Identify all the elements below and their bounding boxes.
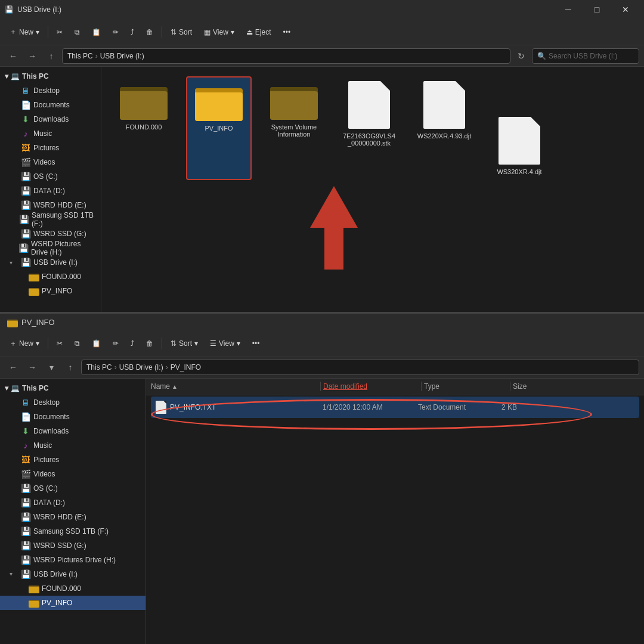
col-header-modified[interactable]: Date modified <box>323 382 419 391</box>
sort-button[interactable]: ⇅ Sort <box>166 23 197 42</box>
up-button[interactable]: ↑ <box>43 48 60 64</box>
bottom-dropdown-button[interactable]: ▾ <box>43 359 60 376</box>
sidebar-item-wsrd-ssd-g[interactable]: 💾 WSRD SSD (G:) <box>0 227 101 241</box>
delete-button[interactable]: 🗑 <box>141 23 158 42</box>
sidebar-item-found000-top[interactable]: FOUND.000 <box>0 270 101 284</box>
view-label: View <box>213 28 228 36</box>
sidebar-item-videos[interactable]: 🎬 Videos <box>0 155 101 169</box>
new-button[interactable]: ＋ New ▾ <box>5 23 44 42</box>
minimize-button[interactable]: ─ <box>555 0 582 19</box>
maximize-button[interactable]: □ <box>583 0 611 19</box>
bottom-sidebar-pictures[interactable]: 🖼 Pictures <box>0 453 145 467</box>
bottom-copy-button[interactable]: ⧉ <box>70 334 85 353</box>
bottom-rename-button[interactable]: ✏ <box>108 334 123 353</box>
share-button[interactable]: ⤴ <box>126 23 139 42</box>
bottom-sidebar-videos[interactable]: 🎬 Videos <box>0 467 145 481</box>
bottom-explorer-window: ＋ New ▾ ✂ ⧉ 📋 ✏ ⤴ 🗑 ⇅ Sort ▾ ☰ View ▾ ••… <box>0 331 644 644</box>
file-item-7e2163[interactable]: 7E2163OG9VLS4_00000000.stk <box>336 76 402 180</box>
sidebar-item-wsrd-pictures-h[interactable]: 💾 WSRD Pictures Drive (H:) <box>0 241 101 255</box>
pvinfo-section-bar: PV_INFO <box>0 313 644 330</box>
bottom-folder-found000-icon <box>29 584 39 593</box>
bottom-sidebar-documents[interactable]: 📄 Documents <box>0 410 145 424</box>
bottom-delete-button[interactable]: 🗑 <box>141 334 158 353</box>
top-sidebar: ▾ 💻 This PC 🖥 Desktop 📄 Documents ⬇ Down… <box>0 67 101 312</box>
window-title: USB Drive (I:) <box>17 5 61 14</box>
bottom-sidebar-data-d[interactable]: 💾 DATA (D:) <box>0 496 145 510</box>
col-header-name[interactable]: Name ▲ <box>151 382 318 391</box>
view-button[interactable]: ▦ View ▾ <box>199 23 239 42</box>
bottom-sidebar-thispc-header[interactable]: ▾ 💻 This PC <box>0 381 145 395</box>
address-path[interactable]: This PC › USB Drive (I:) <box>62 48 510 64</box>
column-header-row: Name ▲ Date modified Type Size <box>146 379 644 395</box>
bottom-folder-pvinfo-icon <box>29 598 39 608</box>
more-button[interactable]: ••• <box>278 23 296 42</box>
file-row-pvinfo-txt[interactable]: PV_INFO.TXT 1/1/2020 12:00 AM Text Docum… <box>151 397 639 418</box>
sidebar-item-wsrd-hdd-e[interactable]: 💾 WSRD HDD (E:) <box>0 198 101 212</box>
file-item-pvinfo[interactable]: PV_INFO <box>186 76 252 180</box>
bottom-sidebar-os-c[interactable]: 💾 OS (C:) <box>0 481 145 496</box>
bottom-drive-f-icon: 💾 <box>20 527 31 536</box>
drive-e-icon: 💾 <box>20 200 31 210</box>
sidebar-item-desktop[interactable]: 🖥 Desktop <box>0 83 101 98</box>
doc-icon-7e2163 <box>348 81 390 129</box>
col-sep-2 <box>421 382 422 391</box>
sidebar-item-os-c[interactable]: 💾 OS (C:) <box>0 169 101 184</box>
view-icon: ▦ <box>204 28 210 36</box>
sidebar-item-downloads[interactable]: ⬇ Downloads <box>0 112 101 126</box>
sidebar-item-music[interactable]: ♪ Music <box>0 126 101 141</box>
col-header-size[interactable]: Size <box>513 382 561 391</box>
bottom-sidebar-usb-drive-i[interactable]: ▾ 💾 USB Drive (I:) <box>0 567 145 581</box>
sidebar-item-usb-drive-i[interactable]: ▾ 💾 USB Drive (I:) <box>0 255 101 270</box>
bottom-new-button[interactable]: ＋ New ▾ <box>5 334 44 353</box>
eject-icon: ⏏ <box>246 28 253 36</box>
bottom-back-button[interactable]: ← <box>5 359 21 376</box>
bottom-forward-button[interactable]: → <box>24 359 41 376</box>
bottom-sidebar-desktop[interactable]: 🖥 Desktop <box>0 395 145 410</box>
file-item-systemvolume[interactable]: System Volume Information <box>261 76 327 180</box>
bottom-sidebar-downloads[interactable]: ⬇ Downloads <box>0 424 145 438</box>
sidebar-item-pictures[interactable]: 🖼 Pictures <box>0 141 101 155</box>
sidebar-item-samsung-f[interactable]: 💾 Samsung SSD 1TB (F:) <box>0 212 101 227</box>
paste-button[interactable]: 📋 <box>87 23 106 42</box>
file-item-ws220xr[interactable]: WS220XR.4.93.djt <box>411 76 477 180</box>
eject-button[interactable]: ⏏ Eject <box>242 23 276 42</box>
file-item-ws320xr[interactable]: WS320XR.4.djt <box>487 112 552 180</box>
copy-button[interactable]: ⧉ <box>70 23 85 42</box>
bottom-sidebar-wsrd-hdd-e[interactable]: 💾 WSRD HDD (E:) <box>0 510 145 524</box>
bottom-address-path[interactable]: This PC › USB Drive (I:) › PV_INFO <box>81 360 639 375</box>
bottom-sidebar-found000[interactable]: FOUND.000 <box>0 581 145 596</box>
bottom-drive-h-icon: 💾 <box>20 555 31 565</box>
bottom-sidebar-samsung-f[interactable]: 💾 Samsung SSD 1TB (F:) <box>0 524 145 538</box>
sidebar-item-documents[interactable]: 📄 Documents <box>0 98 101 112</box>
file-item-found000[interactable]: FOUND.000 <box>111 76 177 180</box>
close-button[interactable]: ✕ <box>612 0 639 19</box>
videos-icon: 🎬 <box>20 157 31 167</box>
bottom-sidebar-wsrd-pictures-h[interactable]: 💾 WSRD Pictures Drive (H:) <box>0 553 145 567</box>
bottom-toolbar-sep-2 <box>162 338 162 349</box>
bottom-paste-button[interactable]: 📋 <box>87 334 106 353</box>
search-box[interactable]: 🔍 Search USB Drive (I:) <box>532 48 639 64</box>
bottom-view-button[interactable]: ☰ View ▾ <box>205 334 245 353</box>
back-button[interactable]: ← <box>5 48 21 64</box>
cut-button[interactable]: ✂ <box>52 23 67 42</box>
bottom-cut-button[interactable]: ✂ <box>52 334 67 353</box>
bottom-up-button[interactable]: ↑ <box>62 359 79 376</box>
bottom-more-button[interactable]: ••• <box>247 334 265 353</box>
pictures-icon: 🖼 <box>20 143 31 153</box>
col-header-type[interactable]: Type <box>424 382 507 391</box>
sidebar-item-data-d[interactable]: 💾 DATA (D:) <box>0 184 101 198</box>
bottom-view-icon: ☰ <box>210 339 216 348</box>
forward-button[interactable]: → <box>24 48 41 64</box>
file-name-pvinfo: PV_INFO <box>205 125 233 132</box>
bottom-sidebar-music[interactable]: ♪ Music <box>0 438 145 453</box>
music-icon: ♪ <box>20 129 31 138</box>
sidebar-this-pc-header[interactable]: ▾ 💻 This PC <box>0 69 101 83</box>
drive-h-icon: 💾 <box>18 243 29 253</box>
sidebar-item-pvinfo-top[interactable]: PV_INFO <box>0 284 101 298</box>
refresh-button[interactable]: ↻ <box>513 48 530 64</box>
bottom-sidebar-pvinfo[interactable]: PV_INFO <box>0 596 145 610</box>
rename-button[interactable]: ✏ <box>108 23 123 42</box>
bottom-sort-button[interactable]: ⇅ Sort ▾ <box>166 334 203 353</box>
bottom-sidebar-wsrd-ssd-g[interactable]: 💾 WSRD SSD (G:) <box>0 538 145 553</box>
bottom-share-button[interactable]: ⤴ <box>126 334 139 353</box>
